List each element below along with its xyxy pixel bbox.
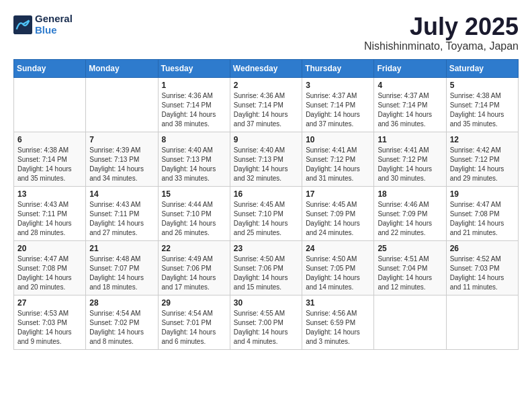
calendar-cell: 21Sunrise: 4:48 AMSunset: 7:07 PMDayligh… — [86, 240, 158, 295]
daylight: Daylight: 14 hours and 35 minutes. — [17, 165, 72, 182]
sunrise: Sunrise: 4:55 AM — [234, 310, 285, 317]
logo-icon — [13, 15, 32, 34]
calendar-week-row: 27Sunrise: 4:53 AMSunset: 7:03 PMDayligh… — [14, 295, 519, 349]
daylight: Daylight: 14 hours and 30 minutes. — [378, 165, 432, 182]
cell-content: Sunrise: 4:46 AMSunset: 7:09 PMDaylight:… — [378, 200, 442, 238]
sunrise: Sunrise: 4:43 AM — [17, 201, 69, 208]
sunset: Sunset: 7:14 PM — [450, 101, 500, 109]
calendar-cell: 6Sunrise: 4:38 AMSunset: 7:14 PMDaylight… — [14, 132, 86, 186]
calendar-cell: 22Sunrise: 4:49 AMSunset: 7:06 PMDayligh… — [158, 240, 230, 295]
calendar-cell: 27Sunrise: 4:53 AMSunset: 7:03 PMDayligh… — [14, 295, 86, 349]
sunrise: Sunrise: 4:40 AM — [234, 146, 285, 154]
sunrise: Sunrise: 4:38 AM — [17, 146, 69, 154]
weekday-header: Friday — [374, 59, 446, 77]
sunrise: Sunrise: 4:54 AM — [162, 310, 213, 317]
calendar-cell: 13Sunrise: 4:43 AMSunset: 7:11 PMDayligh… — [14, 186, 86, 240]
sunset: Sunset: 7:10 PM — [234, 210, 283, 218]
sunset: Sunset: 7:14 PM — [306, 101, 355, 109]
daylight: Daylight: 14 hours and 15 minutes. — [234, 274, 288, 291]
cell-content: Sunrise: 4:48 AMSunset: 7:07 PMDaylight:… — [89, 255, 154, 292]
sunset: Sunset: 7:13 PM — [162, 156, 212, 163]
cell-content: Sunrise: 4:47 AMSunset: 7:08 PMDaylight:… — [17, 255, 82, 292]
cell-content: Sunrise: 4:37 AMSunset: 7:14 PMDaylight:… — [306, 91, 370, 129]
calendar-cell: 14Sunrise: 4:43 AMSunset: 7:11 PMDayligh… — [86, 186, 158, 240]
sunrise: Sunrise: 4:48 AM — [89, 255, 140, 263]
cell-content: Sunrise: 4:54 AMSunset: 7:02 PMDaylight:… — [89, 309, 154, 347]
daylight: Daylight: 14 hours and 17 minutes. — [162, 274, 216, 291]
cell-content: Sunrise: 4:49 AMSunset: 7:06 PMDaylight:… — [162, 255, 226, 292]
day-number: 24 — [306, 244, 370, 253]
logo: General Blue — [13, 13, 73, 36]
day-number: 20 — [17, 244, 82, 253]
cell-content: Sunrise: 4:43 AMSunset: 7:11 PMDaylight:… — [17, 200, 82, 238]
cell-content: Sunrise: 4:40 AMSunset: 7:13 PMDaylight:… — [234, 146, 298, 183]
month-title: July 2025 — [364, 13, 519, 40]
day-number: 21 — [89, 244, 154, 253]
calendar-cell: 18Sunrise: 4:46 AMSunset: 7:09 PMDayligh… — [374, 186, 446, 240]
sunrise: Sunrise: 4:45 AM — [234, 201, 285, 208]
sunset: Sunset: 7:04 PM — [378, 265, 427, 272]
cell-content: Sunrise: 4:50 AMSunset: 7:05 PMDaylight:… — [306, 255, 370, 292]
day-number: 19 — [450, 189, 515, 199]
day-number: 18 — [378, 189, 442, 199]
daylight: Daylight: 14 hours and 27 minutes. — [89, 220, 144, 236]
sunrise: Sunrise: 4:38 AM — [450, 92, 501, 99]
cell-content: Sunrise: 4:44 AMSunset: 7:10 PMDaylight:… — [162, 200, 226, 238]
weekday-header: Sunday — [14, 59, 86, 77]
sunrise: Sunrise: 4:52 AM — [450, 255, 501, 263]
cell-content: Sunrise: 4:38 AMSunset: 7:14 PMDaylight:… — [450, 91, 515, 129]
cell-content: Sunrise: 4:40 AMSunset: 7:13 PMDaylight:… — [162, 146, 226, 183]
sunset: Sunset: 7:13 PM — [89, 156, 139, 163]
sunset: Sunset: 7:07 PM — [89, 265, 139, 272]
sunrise: Sunrise: 4:37 AM — [306, 92, 357, 99]
day-number: 11 — [378, 135, 442, 144]
sunset: Sunset: 7:12 PM — [306, 156, 355, 163]
day-number: 16 — [234, 189, 298, 199]
calendar-cell: 29Sunrise: 4:54 AMSunset: 7:01 PMDayligh… — [158, 295, 230, 349]
daylight: Daylight: 14 hours and 3 minutes. — [306, 328, 360, 345]
calendar-cell: 2Sunrise: 4:36 AMSunset: 7:14 PMDaylight… — [230, 77, 302, 132]
daylight: Daylight: 14 hours and 31 minutes. — [306, 165, 360, 182]
sunrise: Sunrise: 4:40 AM — [162, 146, 213, 154]
day-number: 10 — [306, 135, 370, 144]
day-number: 1 — [162, 81, 226, 90]
calendar-table: SundayMondayTuesdayWednesdayThursdayFrid… — [13, 59, 519, 350]
sunrise: Sunrise: 4:43 AM — [89, 201, 140, 208]
cell-content: Sunrise: 4:56 AMSunset: 6:59 PMDaylight:… — [306, 309, 370, 347]
daylight: Daylight: 14 hours and 32 minutes. — [234, 165, 288, 182]
cell-content: Sunrise: 4:45 AMSunset: 7:10 PMDaylight:… — [234, 200, 298, 238]
sunset: Sunset: 7:14 PM — [378, 101, 427, 109]
calendar-cell: 12Sunrise: 4:42 AMSunset: 7:12 PMDayligh… — [446, 132, 518, 186]
calendar-week-row: 1Sunrise: 4:36 AMSunset: 7:14 PMDaylight… — [14, 77, 519, 132]
daylight: Daylight: 14 hours and 33 minutes. — [162, 165, 216, 182]
day-number: 3 — [306, 81, 370, 90]
sunset: Sunset: 7:06 PM — [162, 265, 212, 272]
cell-content: Sunrise: 4:47 AMSunset: 7:08 PMDaylight:… — [450, 200, 515, 238]
calendar-cell: 7Sunrise: 4:39 AMSunset: 7:13 PMDaylight… — [86, 132, 158, 186]
sunrise: Sunrise: 4:53 AM — [17, 310, 69, 317]
calendar-cell: 16Sunrise: 4:45 AMSunset: 7:10 PMDayligh… — [230, 186, 302, 240]
sunrise: Sunrise: 4:46 AM — [378, 201, 429, 208]
sunset: Sunset: 7:00 PM — [234, 319, 283, 326]
day-number: 5 — [450, 81, 515, 90]
calendar-cell — [14, 77, 86, 132]
cell-content: Sunrise: 4:39 AMSunset: 7:13 PMDaylight:… — [89, 146, 154, 183]
sunrise: Sunrise: 4:37 AM — [378, 92, 429, 99]
calendar-cell: 19Sunrise: 4:47 AMSunset: 7:08 PMDayligh… — [446, 186, 518, 240]
sunrise: Sunrise: 4:41 AM — [306, 146, 357, 154]
sunset: Sunset: 7:11 PM — [17, 210, 67, 218]
cell-content: Sunrise: 4:43 AMSunset: 7:11 PMDaylight:… — [89, 200, 154, 238]
sunset: Sunset: 7:05 PM — [306, 265, 355, 272]
weekday-header: Monday — [86, 59, 158, 77]
sunset: Sunset: 7:09 PM — [306, 210, 355, 218]
day-number: 17 — [306, 189, 370, 199]
daylight: Daylight: 14 hours and 9 minutes. — [17, 328, 72, 345]
day-number: 7 — [89, 135, 154, 144]
calendar-cell — [374, 295, 446, 349]
sunset: Sunset: 7:14 PM — [162, 101, 212, 109]
calendar-cell — [446, 295, 518, 349]
sunrise: Sunrise: 4:56 AM — [306, 310, 357, 317]
cell-content: Sunrise: 4:55 AMSunset: 7:00 PMDaylight:… — [234, 309, 298, 347]
calendar-cell: 24Sunrise: 4:50 AMSunset: 7:05 PMDayligh… — [302, 240, 374, 295]
day-number: 28 — [89, 298, 154, 308]
